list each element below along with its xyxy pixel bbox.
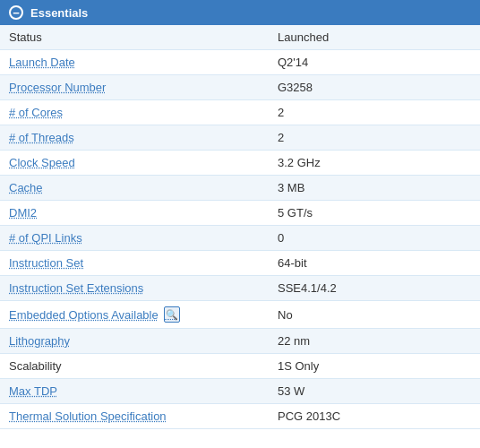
row-label[interactable]: # of Cores — [0, 100, 269, 125]
table-row: Embedded Options Available🔍No — [0, 301, 480, 329]
row-value: 53 W — [269, 379, 480, 404]
row-label[interactable]: Instruction Set — [0, 251, 269, 276]
table-row: Instruction Set64-bit — [0, 251, 480, 276]
row-value: 0 — [269, 226, 480, 251]
row-label[interactable]: Cache — [0, 176, 269, 201]
row-label[interactable]: Thermal Solution Specification — [0, 404, 269, 429]
row-label[interactable]: Launch Date — [0, 50, 269, 75]
row-value: 2 — [269, 125, 480, 151]
row-label[interactable]: Processor Number — [0, 75, 269, 100]
table-row: Launch DateQ2'14 — [0, 50, 480, 75]
table-row: Cache3 MB — [0, 176, 480, 201]
row-value: 64-bit — [269, 251, 480, 276]
row-value: PCG 2013C — [269, 404, 480, 429]
row-label[interactable]: DMI2 — [0, 201, 269, 226]
row-value: 3.2 GHz — [269, 151, 480, 176]
row-value: 1S Only — [269, 354, 480, 379]
search-icon[interactable]: 🔍 — [164, 306, 180, 323]
essentials-table: StatusLaunchedLaunch DateQ2'14Processor … — [0, 25, 480, 429]
row-label[interactable]: Lithography — [0, 329, 269, 354]
row-label[interactable]: Instruction Set Extensions — [0, 276, 269, 301]
table-row: StatusLaunched — [0, 25, 480, 50]
row-value: Q2'14 — [269, 50, 480, 75]
row-value: 5 GT/s — [269, 201, 480, 226]
row-label: Scalability — [0, 354, 269, 379]
table-row: # of Cores2 — [0, 100, 480, 125]
table-row: Max TDP53 W — [0, 379, 480, 404]
row-value: Launched — [269, 25, 480, 50]
table-row: Lithography22 nm — [0, 329, 480, 354]
row-label: Status — [0, 25, 269, 50]
row-value: No — [269, 301, 480, 329]
row-value: G3258 — [269, 75, 480, 100]
row-label[interactable]: Max TDP — [0, 379, 269, 404]
row-value: 3 MB — [269, 176, 480, 201]
row-value: 2 — [269, 100, 480, 125]
row-value: SSE4.1/4.2 — [269, 276, 480, 301]
table-row: Scalability1S Only — [0, 354, 480, 379]
collapse-icon[interactable]: − — [9, 5, 23, 20]
section-title: Essentials — [30, 6, 88, 20]
table-row: Instruction Set ExtensionsSSE4.1/4.2 — [0, 276, 480, 301]
table-row: DMI25 GT/s — [0, 201, 480, 226]
table-row: # of Threads2 — [0, 125, 480, 151]
table-row: # of QPI Links0 — [0, 226, 480, 251]
row-label[interactable]: Embedded Options Available🔍 — [0, 301, 269, 329]
table-row: Processor NumberG3258 — [0, 75, 480, 100]
row-label[interactable]: # of Threads — [0, 125, 269, 151]
row-value: 22 nm — [269, 329, 480, 354]
table-row: Clock Speed3.2 GHz — [0, 151, 480, 176]
table-row: Thermal Solution SpecificationPCG 2013C — [0, 404, 480, 429]
section-header: − Essentials — [0, 0, 480, 25]
row-label[interactable]: Clock Speed — [0, 151, 269, 176]
row-label[interactable]: # of QPI Links — [0, 226, 269, 251]
